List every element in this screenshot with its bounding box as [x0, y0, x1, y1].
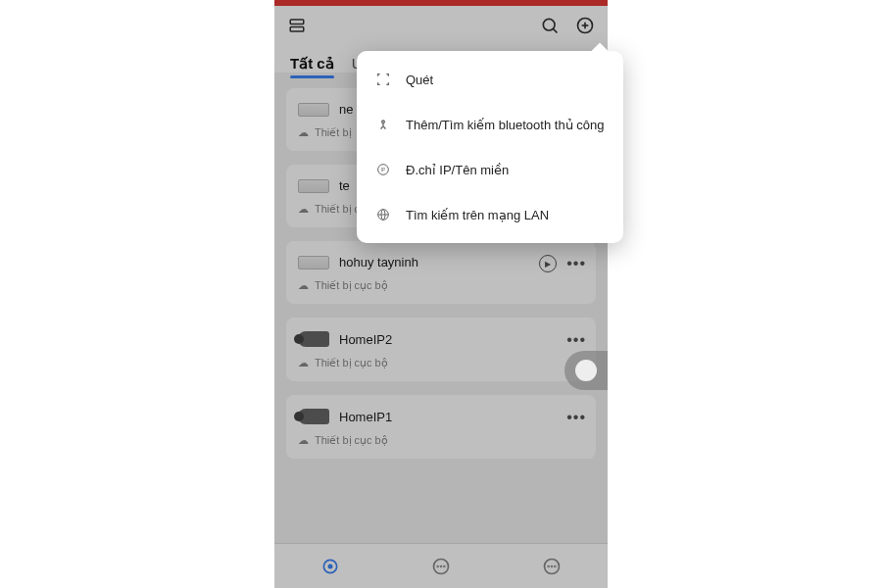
svg-point-2: [543, 19, 555, 30]
menu-label: Tìm kiếm trên mạng LAN: [406, 208, 549, 222]
search-icon[interactable]: [539, 15, 561, 36]
fab-icon: [575, 360, 597, 381]
cloud-icon: ☁: [298, 126, 309, 139]
cloud-icon: ☁: [298, 357, 309, 369]
add-icon[interactable]: [574, 15, 596, 36]
tap-icon: [374, 116, 392, 133]
svg-rect-1: [290, 27, 304, 32]
scan-icon: [374, 71, 392, 88]
svg-point-16: [555, 565, 556, 566]
svg-point-14: [549, 565, 550, 566]
device-sub: Thiết bị cục bộ: [315, 357, 388, 369]
cloud-icon: ☁: [298, 279, 309, 292]
svg-point-15: [552, 565, 553, 566]
device-card[interactable]: HomeIP1 ☁Thiết bị cục bộ •••: [286, 395, 596, 459]
globe-icon: [374, 206, 392, 223]
menu-label: Đ.chỉ IP/Tên miền: [406, 163, 509, 177]
svg-point-10: [437, 565, 438, 566]
device-card[interactable]: HomeIP2 ☁Thiết bị cục bộ •••: [286, 318, 596, 381]
add-menu-popup: Quét Thêm/Tìm kiếm bluetooth thủ công IP…: [357, 51, 623, 243]
ip-icon: IP: [374, 161, 392, 178]
nav-home-icon[interactable]: [319, 556, 341, 577]
device-card[interactable]: hohuy tayninh ☁Thiết bị cục bộ ▶•••: [286, 241, 596, 304]
menu-ip[interactable]: IP Đ.chỉ IP/Tên miền: [357, 147, 623, 192]
play-icon[interactable]: ▶: [539, 255, 557, 272]
nav-messages-icon[interactable]: [430, 556, 452, 577]
device-thumb-icon: [298, 256, 329, 270]
svg-point-7: [327, 564, 332, 568]
bottom-nav: [274, 543, 608, 588]
svg-point-11: [441, 565, 442, 566]
device-sub: Thiết bị cục bộ: [315, 279, 388, 292]
floating-button[interactable]: [564, 351, 608, 390]
tab-all[interactable]: Tất cả: [290, 55, 334, 73]
more-icon[interactable]: •••: [566, 331, 586, 349]
device-name: HomeIP1: [339, 410, 392, 424]
svg-text:IP: IP: [381, 168, 385, 172]
cloud-icon: ☁: [298, 203, 309, 216]
menu-bluetooth[interactable]: Thêm/Tìm kiếm bluetooth thủ công: [357, 102, 623, 147]
svg-rect-0: [290, 20, 304, 24]
device-name: ne: [339, 102, 353, 117]
menu-label: Thêm/Tìm kiếm bluetooth thủ công: [406, 118, 604, 132]
device-name: HomeIP2: [339, 332, 392, 347]
more-icon[interactable]: •••: [566, 409, 586, 426]
svg-point-17: [382, 121, 385, 123]
more-icon[interactable]: •••: [566, 255, 586, 272]
layout-toggle-icon[interactable]: [286, 15, 308, 36]
camera-thumb-icon: [298, 331, 329, 347]
menu-scan[interactable]: Quét: [357, 57, 623, 102]
device-sub: Thiết bị: [315, 126, 352, 139]
menu-label: Quét: [406, 73, 433, 87]
device-name: te: [339, 178, 350, 193]
cloud-icon: ☁: [298, 434, 309, 447]
svg-line-3: [553, 28, 557, 32]
device-thumb-icon: [298, 103, 329, 117]
camera-thumb-icon: [298, 409, 329, 424]
device-sub: Thiết bị cục bộ: [315, 434, 388, 447]
nav-more-icon[interactable]: [541, 556, 563, 577]
device-name: hohuy tayninh: [339, 255, 418, 270]
menu-lan[interactable]: Tìm kiếm trên mạng LAN: [357, 192, 623, 237]
svg-point-12: [444, 565, 445, 566]
app-header: [274, 6, 608, 45]
device-thumb-icon: [298, 179, 329, 193]
